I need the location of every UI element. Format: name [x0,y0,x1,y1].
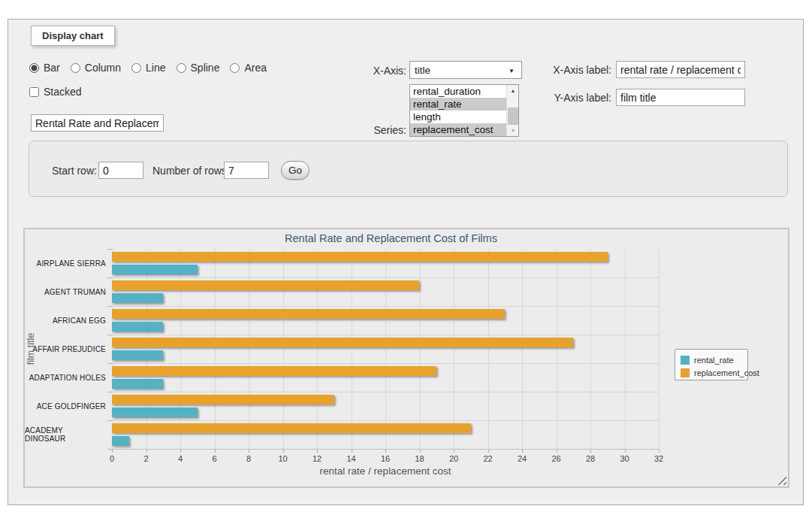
category-label: AFFAIR PREJUDICE [25,335,106,363]
go-button[interactable]: Go [281,161,309,180]
x-axis-tick-label: 22 [475,454,502,463]
x-axis-tick [420,450,421,453]
chart-container: Rental Rate and Replacement Cost of Film… [23,228,789,488]
stacked-label[interactable]: Stacked [44,86,82,98]
x-axis-tick-label: 28 [577,454,604,463]
radio-spline[interactable] [177,63,186,73]
bar-replacement_cost[interactable] [112,252,608,262]
x-axis-tick [283,450,284,453]
chart-type-radio-group: Bar Column Line Spline Area [29,62,273,74]
number-of-rows-input[interactable] [224,162,269,179]
x-axis-label-input[interactable] [616,61,745,78]
y-axis-tick [107,392,112,392]
bar-rental_rate[interactable] [112,293,163,303]
bar-replacement_cost[interactable] [112,423,471,433]
x-axis-tick-label: 24 [509,454,536,463]
bar-rental_rate[interactable] [112,350,163,360]
series-list-label: Series: [339,124,406,136]
radio-line-label[interactable]: Line [146,62,165,74]
radio-bar[interactable] [29,63,39,73]
y-axis-tick [107,249,112,250]
scroll-down-icon[interactable]: ▼ [507,125,519,136]
series-listbox[interactable]: rental_duration rental_rate length repla… [409,84,519,137]
legend-item-rental-rate[interactable]: rental_rate [681,355,734,365]
radio-column-label[interactable]: Column [85,62,121,74]
grid-line-vertical [215,249,216,449]
x-axis-tick [249,450,249,453]
legend-swatch-replacement-cost [681,368,690,377]
grid-line-vertical [146,249,147,449]
stacked-row: Stacked [29,86,82,98]
bar-replacement_cost[interactable] [112,395,334,404]
grid-line-vertical [557,249,557,449]
category-label: AIRPLANE SIERRA [25,249,106,277]
grid-line-horizontal [112,277,659,278]
x-axis-tick-label: 16 [372,454,399,463]
x-axis-tick [522,450,523,453]
x-axis-tick [352,450,352,453]
legend-label-rental-rate: rental_rate [694,356,734,365]
scrollbar-thumb[interactable] [508,108,518,125]
y-axis-label-label: Y-Axis label: [534,92,611,104]
bar-rental_rate[interactable] [112,322,163,332]
y-axis-tick [107,306,112,307]
grid-line-horizontal [112,420,659,421]
radio-column[interactable] [71,63,80,73]
y-axis-label-input[interactable] [616,89,745,106]
series-option-length[interactable]: length [410,111,507,123]
x-axis-tick [659,450,660,453]
radio-line[interactable] [131,63,141,73]
x-axis-tick [317,450,318,453]
x-axis-tick-label: 2 [133,454,160,463]
grid-line-horizontal [112,363,659,364]
grid-line-vertical [522,249,523,449]
scroll-up-icon[interactable]: ▲ [507,85,519,96]
chart-title-input[interactable] [31,114,164,132]
x-axis-tick [454,450,454,453]
radio-spline-label[interactable]: Spline [191,62,220,74]
x-axis-select[interactable]: title ▼ [409,61,522,79]
legend-swatch-rental-rate [681,356,690,365]
chart-title: Rental Rate and Replacement Cost of Film… [25,232,757,244]
grid-line-vertical [283,249,284,449]
x-axis-tick-label: 32 [645,454,672,463]
x-axis-tick [488,450,489,453]
bar-rental_rate[interactable] [112,379,163,389]
plot-area [112,249,659,449]
stacked-checkbox[interactable] [29,87,39,97]
legend-item-replacement-cost[interactable]: replacement_cost [681,368,759,377]
x-axis-title: rental rate / replacement cost [112,465,659,477]
category-label: ACE GOLDFINGER [25,392,106,420]
x-axis-tick-label: 20 [440,454,467,463]
series-option-rental-duration[interactable]: rental_duration [410,85,507,98]
bar-replacement_cost[interactable] [112,309,505,319]
bar-replacement_cost[interactable] [112,338,573,347]
x-axis-tick [557,450,557,453]
bar-rental_rate[interactable] [112,265,198,274]
row-range-panel: Start row: Number of rows: Go [29,141,788,197]
bar-replacement_cost[interactable] [112,280,419,290]
grid-line-vertical [249,249,249,449]
y-axis-tick [107,277,112,278]
grid-line-vertical [352,249,352,449]
radio-area-label[interactable]: Area [244,62,267,74]
series-scrollbar[interactable]: ▲ ▼ [506,85,518,136]
radio-bar-label[interactable]: Bar [44,62,60,74]
start-row-input[interactable] [98,162,143,179]
grid-line-horizontal [112,335,659,335]
y-axis-tick [107,335,112,335]
bar-replacement_cost[interactable] [112,366,436,376]
resize-handle-icon[interactable] [777,476,786,485]
bar-rental_rate[interactable] [112,436,129,446]
series-option-rental-rate[interactable]: rental_rate [410,98,507,111]
bar-rental_rate[interactable] [112,407,198,417]
x-axis-tick-label: 18 [406,454,433,463]
x-axis-tick [625,450,626,453]
x-axis-tick-label: 14 [338,454,365,463]
series-option-replacement-cost[interactable]: replacement_cost [410,123,507,136]
grid-line-vertical [385,249,386,449]
radio-area[interactable] [230,63,240,73]
grid-line-vertical [659,249,660,449]
grid-line-horizontal [112,306,659,307]
x-axis-tick [215,450,216,453]
